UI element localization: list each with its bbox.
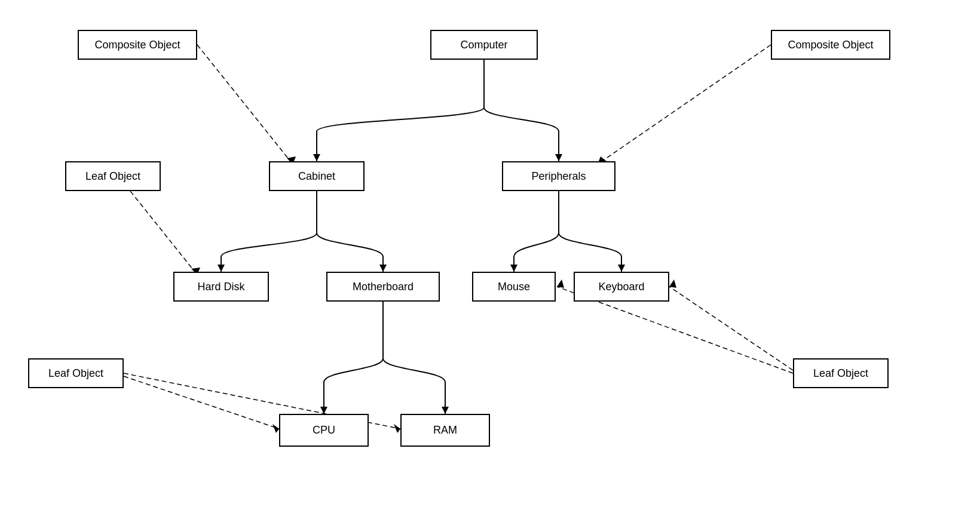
node-composite1: Composite Object (78, 30, 197, 60)
node-ram: RAM (400, 414, 490, 447)
node-mouse: Mouse (472, 272, 556, 302)
node-harddisk: Hard Disk (173, 272, 269, 302)
svg-marker-21 (669, 279, 676, 288)
node-leaf2: Leaf Object (28, 358, 124, 388)
svg-marker-0 (313, 154, 320, 161)
node-computer: Computer (430, 30, 538, 60)
svg-line-20 (669, 287, 793, 370)
node-cabinet: Cabinet (269, 161, 365, 191)
svg-marker-15 (272, 424, 279, 433)
svg-marker-1 (555, 154, 562, 161)
node-composite2: Composite Object (771, 30, 890, 60)
svg-marker-19 (557, 279, 564, 288)
node-cpu: CPU (279, 414, 369, 447)
diagram-container: Computer Cabinet Peripherals Hard Disk M… (0, 0, 980, 510)
node-leaf1: Leaf Object (65, 161, 161, 191)
svg-line-14 (124, 376, 279, 429)
connections-svg (0, 0, 980, 510)
node-peripherals: Peripherals (502, 161, 615, 191)
node-leaf3: Leaf Object (793, 358, 889, 388)
svg-marker-4 (510, 265, 517, 272)
svg-marker-7 (442, 407, 449, 414)
svg-marker-17 (394, 424, 400, 433)
svg-line-12 (125, 185, 197, 275)
svg-marker-3 (379, 265, 387, 272)
node-motherboard: Motherboard (326, 272, 440, 302)
node-keyboard: Keyboard (574, 272, 669, 302)
svg-line-10 (598, 45, 771, 164)
svg-marker-6 (320, 407, 327, 414)
svg-marker-2 (218, 265, 225, 272)
svg-line-8 (197, 45, 293, 164)
svg-marker-5 (618, 265, 625, 272)
